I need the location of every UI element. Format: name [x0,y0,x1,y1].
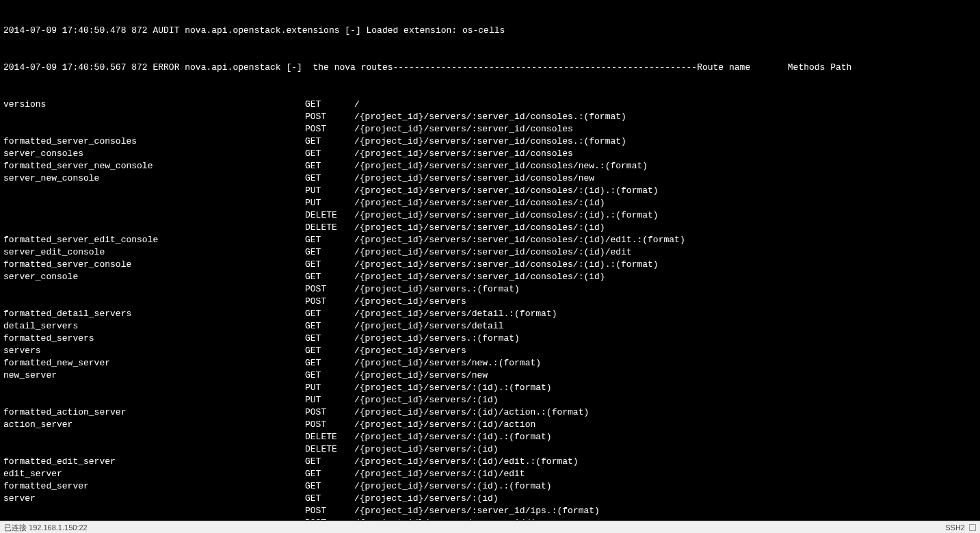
route-method: POST [305,283,354,296]
indicator-icon [969,524,976,531]
route-name [3,185,305,197]
route-method: PUT [305,197,354,209]
route-name: formatted_action_server [3,406,305,419]
route-path: /{project_id}/servers/:server_id/ips.:(f… [354,505,977,517]
route-method: GET [305,148,354,160]
route-method: POST [305,505,354,517]
route-method: POST [305,517,354,520]
route-method: POST [305,111,354,123]
route-path: /{project_id}/servers/:server_id/console… [354,234,977,246]
route-name [3,517,305,520]
route-method: GET [305,99,354,111]
route-row: PUT/{project_id}/servers/:server_id/cons… [3,185,977,197]
route-path: /{project_id}/servers/detail [354,320,977,333]
route-method: GET [305,480,354,493]
route-name: edit_server [3,468,305,480]
route-name: formatted_server_edit_console [3,234,305,246]
terminal-output[interactable]: 2014-07-09 17:40:50.478 872 AUDIT nova.a… [0,0,980,520]
route-name [3,283,305,296]
route-name: server_edit_console [3,246,305,259]
route-path: /{project_id}/servers [354,296,977,308]
route-name [3,209,305,222]
route-method: GET [305,345,354,357]
route-row: formatted_edit_serverGET/{project_id}/se… [3,456,977,468]
log-line: 2014-07-09 17:40:50.567 872 ERROR nova.a… [3,62,977,74]
route-name: server_consoles [3,148,305,160]
route-method: POST [305,419,354,431]
log-line: 2014-07-09 17:40:50.478 872 AUDIT nova.a… [3,25,977,37]
route-name [3,443,305,456]
route-path: /{project_id}/servers/:(id) [354,493,977,505]
route-row: formatted_serversGET/{project_id}/server… [3,333,977,345]
route-row: POST/{project_id}/servers [3,296,977,308]
route-method: GET [305,246,354,259]
route-name: formatted_new_server [3,357,305,369]
route-row: POST/{project_id}/servers/:server_id/ips… [3,505,977,517]
route-row: detail_serversGET/{project_id}/servers/d… [3,320,977,333]
route-name [3,123,305,135]
route-path: /{project_id}/servers/:server_id/console… [354,111,977,123]
route-path: /{project_id}/servers/:server_id/console… [354,135,977,148]
route-name [3,394,305,406]
route-method: GET [305,333,354,345]
route-method: GET [305,234,354,246]
route-name: server_new_console [3,172,305,185]
route-row: formatted_action_serverPOST/{project_id}… [3,406,977,419]
route-name: formatted_edit_server [3,456,305,468]
statusbar: 已连接 192.168.1.150:22 SSH2 [0,521,980,533]
route-method: GET [305,172,354,185]
route-row: formatted_server_new_consoleGET/{project… [3,160,977,172]
route-method: GET [305,308,354,320]
route-method: DELETE [305,222,354,234]
route-row: formatted_new_serverGET/{project_id}/ser… [3,357,977,369]
route-path: /{project_id}/servers/:(id).:(format) [354,431,977,443]
route-path: /{project_id}/servers/:(id)/action.:(for… [354,406,977,419]
route-path: / [354,99,977,111]
route-name: new_server [3,369,305,382]
route-row: edit_serverGET/{project_id}/servers/:(id… [3,468,977,480]
route-name [3,431,305,443]
route-name [3,197,305,209]
route-method: PUT [305,185,354,197]
route-path: /{project_id}/servers/new [354,369,977,382]
route-path: /{project_id}/servers/new.:(format) [354,357,977,369]
route-method: GET [305,468,354,480]
route-path: /{project_id}/servers/:server_id/console… [354,172,977,185]
route-path: /{project_id}/servers/detail.:(format) [354,308,977,320]
route-row: PUT/{project_id}/servers/:(id).:(format) [3,382,977,394]
route-row: PUT/{project_id}/servers/:server_id/cons… [3,197,977,209]
route-path: /{project_id}/servers/:(id) [354,394,977,406]
route-name [3,296,305,308]
route-name: versions [3,99,305,111]
route-name: formatted_detail_servers [3,308,305,320]
route-path: /{project_id}/servers/:server_id/console… [354,222,977,234]
route-method: GET [305,369,354,382]
route-path: /{project_id}/servers/:(id)/action [354,419,977,431]
route-row: formatted_server_edit_consoleGET/{projec… [3,234,977,246]
route-method: GET [305,456,354,468]
route-method: DELETE [305,209,354,222]
route-row: formatted_serverGET/{project_id}/servers… [3,480,977,493]
route-row: PUT/{project_id}/servers/:(id) [3,394,977,406]
route-row: DELETE/{project_id}/servers/:(id).:(form… [3,431,977,443]
route-method: GET [305,160,354,172]
route-name: formatted_server_new_console [3,160,305,172]
route-method: GET [305,271,354,283]
route-row: POST/{project_id}/servers.:(format) [3,283,977,296]
route-path: /{project_id}/servers/:server_id/console… [354,160,977,172]
route-row: POST/{project_id}/servers/:server_id/ips [3,517,977,520]
route-path: /{project_id}/servers/:server_id/ips [354,517,977,520]
route-name: formatted_servers [3,333,305,345]
route-row: versionsGET/ [3,99,977,111]
route-row: POST/{project_id}/servers/:server_id/con… [3,111,977,123]
route-path: /{project_id}/servers/:server_id/console… [354,209,977,222]
route-path: /{project_id}/servers.:(format) [354,333,977,345]
route-method: POST [305,123,354,135]
route-path: /{project_id}/servers.:(format) [354,283,977,296]
route-row: new_serverGET/{project_id}/servers/new [3,369,977,382]
route-row: server_consoleGET/{project_id}/servers/:… [3,271,977,283]
route-row: server_consolesGET/{project_id}/servers/… [3,148,977,160]
route-path: /{project_id}/servers/:(id)/edit [354,468,977,480]
route-path: /{project_id}/servers/:server_id/console… [354,259,977,271]
route-row: serverGET/{project_id}/servers/:(id) [3,493,977,505]
